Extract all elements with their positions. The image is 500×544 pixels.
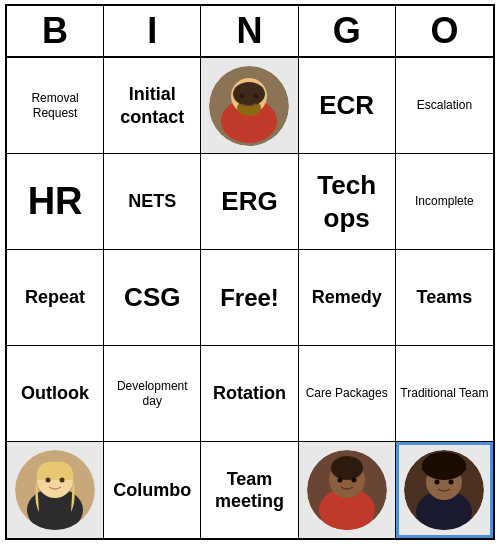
cell-text-r0-c0: Removal Request	[11, 91, 99, 121]
free-space-label: Free!	[220, 284, 279, 312]
cell-text-r3-c2: Rotation	[213, 382, 286, 405]
cell-r1-c0[interactable]: HR	[7, 154, 104, 250]
header-letter-i: I	[104, 6, 201, 56]
cell-text-r3-c3: Care Packages	[306, 386, 388, 401]
cell-text-r3-c1: Development day	[108, 379, 196, 409]
cell-text-r1-c0: HR	[28, 178, 83, 226]
svg-rect-22	[422, 466, 466, 471]
bingo-grid: Removal RequestInitial contact ECREscala…	[7, 58, 493, 538]
cell-text-r2-c4: Teams	[417, 286, 473, 309]
cell-r3-c0[interactable]: Outlook	[7, 346, 104, 442]
cell-r3-c1[interactable]: Development day	[104, 346, 201, 442]
cell-text-r1-c3: Tech ops	[303, 169, 391, 234]
svg-point-17	[351, 478, 356, 483]
bingo-header: BINGO	[7, 6, 493, 58]
header-letter-b: B	[7, 6, 104, 56]
cell-r4-c2[interactable]: Team meeting	[201, 442, 298, 538]
cell-r0-c2[interactable]	[201, 58, 298, 154]
cell-text-r1-c2: ERG	[221, 185, 277, 218]
cell-text-r2-c3: Remedy	[312, 286, 382, 309]
cell-r4-c3[interactable]	[299, 442, 396, 538]
cell-text-r0-c4: Escalation	[417, 98, 472, 113]
cell-text-r2-c1: CSG	[124, 281, 180, 314]
cell-text-r4-c2: Team meeting	[205, 468, 293, 513]
svg-point-5	[240, 93, 245, 98]
svg-point-4	[233, 82, 265, 106]
cell-r4-c0[interactable]	[7, 442, 104, 538]
cell-r2-c4[interactable]: Teams	[396, 250, 493, 346]
cell-r4-c4[interactable]	[396, 442, 493, 538]
cell-r3-c3[interactable]: Care Packages	[299, 346, 396, 442]
cell-text-r2-c0: Repeat	[25, 286, 85, 309]
cell-r2-c3[interactable]: Remedy	[299, 250, 396, 346]
cell-r1-c1[interactable]: NETS	[104, 154, 201, 250]
cell-r1-c2[interactable]: ERG	[201, 154, 298, 250]
cell-r0-c0[interactable]: Removal Request	[7, 58, 104, 154]
cell-r0-c1[interactable]: Initial contact	[104, 58, 201, 154]
avatar-man-dark	[307, 450, 387, 530]
header-letter-n: N	[201, 6, 298, 56]
cell-text-r3-c4: Traditional Team	[400, 386, 488, 401]
bingo-card: BINGO Removal RequestInitial contact ECR…	[5, 4, 495, 540]
svg-point-6	[254, 93, 259, 98]
avatar-man-beard	[209, 66, 289, 146]
avatar-woman-dark	[404, 450, 484, 530]
cell-r1-c4[interactable]: Incomplete	[396, 154, 493, 250]
cell-r0-c4[interactable]: Escalation	[396, 58, 493, 154]
cell-text-r3-c0: Outlook	[21, 382, 89, 405]
cell-r2-c1[interactable]: CSG	[104, 250, 201, 346]
svg-point-16	[337, 478, 342, 483]
cell-text-r0-c3: ECR	[319, 89, 374, 122]
cell-text-r0-c1: Initial contact	[108, 83, 196, 128]
cell-r3-c2[interactable]: Rotation	[201, 346, 298, 442]
avatar-woman-blonde	[15, 450, 95, 530]
cell-r2-c0[interactable]: Repeat	[7, 250, 104, 346]
cell-text-r1-c4: Incomplete	[415, 194, 474, 209]
svg-point-10	[46, 478, 51, 483]
svg-point-24	[449, 480, 454, 485]
svg-point-11	[60, 478, 65, 483]
cell-text-r4-c1: Columbo	[113, 479, 191, 502]
cell-r0-c3[interactable]: ECR	[299, 58, 396, 154]
cell-r3-c4[interactable]: Traditional Team	[396, 346, 493, 442]
cell-r4-c1[interactable]: Columbo	[104, 442, 201, 538]
svg-point-15	[331, 456, 363, 480]
header-letter-o: O	[396, 6, 493, 56]
svg-point-23	[435, 480, 440, 485]
cell-text-r1-c1: NETS	[128, 190, 176, 213]
cell-r1-c3[interactable]: Tech ops	[299, 154, 396, 250]
header-letter-g: G	[299, 6, 396, 56]
cell-r2-c2[interactable]: Free!	[201, 250, 298, 346]
